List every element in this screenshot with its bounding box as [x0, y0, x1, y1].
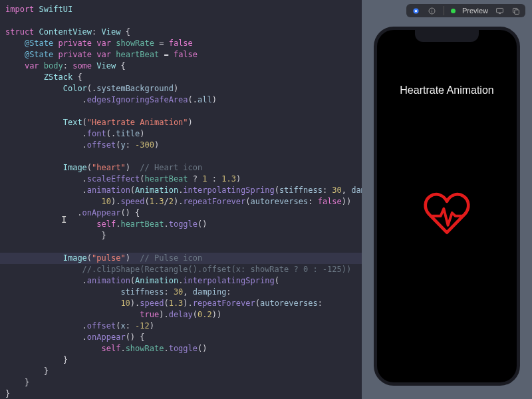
heart-icon [421, 190, 473, 244]
svg-point-1 [415, 9, 417, 11]
code-line[interactable]: .offset(x: -12) [0, 321, 362, 332]
code-line[interactable]: import SwiftUI [0, 4, 362, 15]
preview-label[interactable]: Preview [462, 7, 488, 15]
code-line[interactable]: } [0, 377, 362, 388]
preview-toolbar: Preview [406, 4, 525, 17]
preview-pane: Preview Heartrate Animation [362, 0, 532, 399]
pin-icon[interactable] [412, 6, 421, 15]
code-line[interactable]: var body: some View { [0, 61, 362, 72]
code-line[interactable]: } [0, 230, 362, 241]
code-line[interactable]: .scaleEffect(heartBeat ? 1 : 1.3) [0, 174, 362, 185]
code-line[interactable]: stiffness: 30, damping: [0, 287, 362, 298]
code-line[interactable]: .onAppear() { [0, 207, 362, 219]
code-line[interactable]: ZStack { [0, 72, 362, 83]
code-line[interactable]: .animation(Animation.interpolatingSpring… [0, 275, 362, 287]
code-line[interactable] [0, 151, 362, 162]
preview-status-dot [451, 9, 456, 13]
code-line[interactable]: @State private var showRate = false [0, 38, 362, 49]
code-line[interactable]: Color(.systemBackground) [0, 83, 362, 94]
code-line[interactable]: .onAppear() { [0, 332, 362, 343]
code-line[interactable]: } [0, 388, 362, 399]
duplicate-icon[interactable] [511, 6, 520, 15]
code-line[interactable]: } [0, 366, 362, 377]
code-line[interactable] [0, 15, 362, 27]
code-line[interactable] [0, 241, 362, 253]
iphone-preview: Heartrate Animation [374, 27, 520, 386]
device-icon[interactable] [495, 6, 504, 15]
code-line[interactable]: @State private var heartBeat = false [0, 49, 362, 61]
code-line[interactable]: Image("pulse") // Pulse icon [0, 253, 362, 264]
toolbar-separator [444, 6, 444, 15]
info-icon[interactable] [428, 6, 437, 15]
code-line[interactable]: struct ContentView: View { [0, 27, 362, 38]
text-cursor: I [61, 214, 62, 223]
svg-rect-5 [496, 8, 503, 13]
code-line[interactable]: Text("Heartrate Animation") [0, 117, 362, 128]
code-line[interactable]: } [0, 354, 362, 366]
svg-point-4 [432, 9, 432, 9]
code-line[interactable] [0, 106, 362, 117]
code-line[interactable]: true).delay(0.2)) [0, 309, 362, 321]
phone-notch [415, 30, 479, 42]
code-line[interactable]: //.clipShape(Rectangle().offset(x: showR… [0, 264, 362, 275]
code-line[interactable]: 10).speed(1.3/2).repeatForever(autorever… [0, 196, 362, 207]
svg-rect-8 [514, 9, 519, 14]
code-line[interactable]: self.showRate.toggle() [0, 343, 362, 354]
code-line[interactable]: Image("heart") // Heart icon [0, 162, 362, 174]
app-title-label: Heartrate Animation [377, 84, 517, 96]
code-line[interactable]: 10).speed(1.3).repeatForever(autoreverse… [0, 298, 362, 309]
code-line[interactable]: .font(.title) [0, 128, 362, 140]
code-editor[interactable]: import SwiftUI struct ContentView: View … [0, 0, 362, 399]
code-line[interactable]: .animation(Animation.interpolatingSpring… [0, 185, 362, 196]
code-line[interactable]: .offset(y: -300) [0, 140, 362, 151]
code-line[interactable]: .edgesIgnoringSafeArea(.all) [0, 94, 362, 106]
code-line[interactable]: self.heartBeat.toggle() [0, 219, 362, 230]
